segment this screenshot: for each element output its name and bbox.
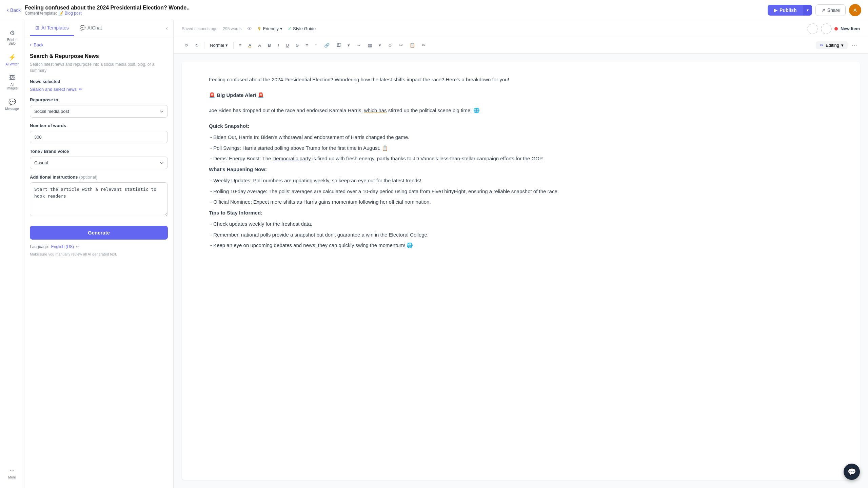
language-link[interactable]: English (US) — [51, 244, 74, 249]
words-input[interactable] — [30, 131, 168, 143]
back-button[interactable]: Back — [7, 6, 21, 14]
editing-mode-badge[interactable]: ✏ Editing ▾ — [816, 41, 848, 49]
repurpose-select[interactable]: Social media post — [30, 105, 168, 118]
gear-icon: ⚙ — [9, 29, 15, 37]
panel-tabs: ⊞ AI Templates 💬 AIChat ‹ — [24, 20, 173, 36]
blog-badge: 📝 — [58, 11, 63, 16]
publish-wrapper: ▶ Publish ▾ — [768, 5, 812, 16]
tips-item-2: - Keep an eye on upcoming debates and ne… — [209, 241, 833, 250]
tone-selector[interactable]: 🎙 Friendly ▾ — [257, 26, 282, 31]
highlight-button[interactable]: A — [255, 41, 264, 50]
publish-dropdown-button[interactable]: ▾ — [803, 5, 812, 16]
mic-icon: 🎙 — [257, 26, 262, 31]
editor-content[interactable]: Feeling confused about the 2024 Presiden… — [182, 62, 860, 480]
bullet-list-button[interactable]: ≡ — [303, 41, 311, 50]
emoji-button[interactable]: ☺ — [385, 41, 395, 50]
sidebar-item-ai-writer[interactable]: ⚡ AI Writer — [2, 50, 22, 69]
pencil-icon: ✏ — [820, 43, 824, 48]
snapshot-header: Quick Snapshot: — [209, 122, 833, 130]
editor-toolbar: ↺ ↻ Normal ▾ ≡ A A B I U S ≡ ⁼ 🔗 🖼 ▾ → ▦… — [174, 37, 868, 54]
publish-button[interactable]: ▶ Publish — [768, 5, 803, 16]
paste-button[interactable]: 📋 — [407, 41, 418, 50]
snapshot-item-1: - Poll Swings: Harris started polling ab… — [209, 144, 833, 152]
more-icon: ··· — [9, 467, 15, 474]
words-group: Number of words — [30, 123, 168, 143]
tab-aichat[interactable]: 💬 AIChat — [74, 20, 107, 36]
instructions-textarea[interactable]: Start the article with a relevant statis… — [30, 182, 168, 216]
section-description: Search latest news and repurpose into a … — [30, 61, 168, 74]
check-icon: ✓ — [288, 26, 292, 31]
disclaimer-text: Make sure you manually review all AI gen… — [30, 252, 168, 257]
panel-content: Back Search & Repurpose News Search late… — [24, 36, 173, 488]
view-icon[interactable]: 👁 — [247, 26, 252, 32]
cut-button[interactable]: ✂ — [396, 41, 406, 50]
snapshot-item-0: - Biden Out, Harris In: Biden's withdraw… — [209, 133, 833, 142]
tips-item-1: - Remember, national polls provide a sna… — [209, 230, 833, 239]
language-row: Language: English (US) ✏ — [30, 244, 168, 249]
new-item-indicator — [834, 27, 838, 30]
indent-button[interactable]: → — [354, 41, 364, 50]
toolbar-separator-2 — [233, 42, 234, 49]
section-title: Search & Repurpose News — [30, 53, 168, 59]
instructions-label: Additional instructions (optional) — [30, 175, 168, 180]
top-header: Back Feeling confused about the 2024 Pre… — [0, 0, 868, 20]
biden-paragraph: Joe Biden has dropped out of the race an… — [209, 106, 833, 115]
bold-button[interactable]: B — [265, 41, 274, 50]
repurpose-label: Repurpose to — [30, 97, 168, 102]
toolbar-more-button[interactable]: ⋯ — [849, 41, 860, 50]
tab-ai-templates[interactable]: ⊞ AI Templates — [30, 20, 74, 36]
underline-button[interactable]: U — [283, 41, 292, 50]
strikethrough-button[interactable]: S — [293, 41, 301, 50]
new-item-area: New Item — [807, 23, 860, 34]
table-button[interactable]: ▦ — [365, 41, 375, 50]
table-dropdown[interactable]: ▾ — [376, 41, 384, 50]
tone-select[interactable]: Casual — [30, 157, 168, 169]
numbered-list-button[interactable]: ⁼ — [312, 41, 320, 50]
chevron-down-icon: ▾ — [280, 26, 282, 31]
new-item-button[interactable]: New Item — [841, 26, 860, 31]
text-style-select[interactable]: Normal ▾ — [207, 41, 231, 49]
news-selected-label: News selected — [30, 79, 168, 84]
new-item-avatar-placeholder2 — [821, 23, 832, 34]
sidebar-item-ai-images[interactable]: 🖼 AI Images — [2, 71, 22, 94]
template-name[interactable]: Blog post — [65, 11, 82, 16]
democratic-party-link: Democratic party — [273, 156, 311, 161]
toolbar-separator — [204, 42, 204, 49]
panel-back-link[interactable]: Back — [30, 42, 168, 48]
chevron-down-icon: ▾ — [225, 43, 228, 48]
words-label: Number of words — [30, 123, 168, 128]
panel-collapse-button[interactable]: ‹ — [166, 25, 168, 31]
image-dropdown[interactable]: ▾ — [345, 41, 353, 50]
image-icon: 🖼 — [9, 74, 15, 81]
link-button[interactable]: 🔗 — [321, 41, 332, 50]
text-color-button[interactable]: A — [246, 41, 254, 50]
sidebar-item-label: AI Images — [5, 83, 20, 90]
chevron-down-icon: ▾ — [841, 43, 844, 48]
word-count: 295 words — [223, 26, 241, 31]
avatar[interactable] — [849, 4, 861, 16]
redo-button[interactable]: ↻ — [192, 41, 201, 50]
tone-label: Tone / Brand voice — [30, 149, 168, 154]
header-title-block: Feeling confused about the 2024 Presiden… — [25, 5, 764, 16]
news-select-link[interactable]: Search and select news ✏ — [30, 87, 168, 92]
undo-button[interactable]: ↺ — [182, 41, 191, 50]
nav-sidebar: ⚙ Brief + SEO ⚡ AI Writer 🖼 AI Images 💬 … — [0, 20, 24, 488]
share-button[interactable]: ↗ Share — [815, 4, 846, 16]
tips-item-0: - Check updates weekly for the freshest … — [209, 220, 833, 228]
play-icon: ▶ — [774, 7, 777, 13]
italic-button[interactable]: I — [275, 41, 282, 50]
saved-status: Saved seconds ago — [182, 26, 217, 31]
happening-header: What's Happening Now: — [209, 165, 833, 174]
news-selected-group: News selected Search and select news ✏ — [30, 79, 168, 92]
chat-fab-button[interactable]: 💬 — [844, 464, 860, 480]
subtitle-prefix: Content template: — [25, 11, 57, 16]
image-button[interactable]: 🖼 — [334, 41, 343, 50]
generate-button[interactable]: Generate — [30, 226, 168, 240]
underlined-phrase: which has — [364, 107, 387, 113]
sidebar-item-more[interactable]: ··· More — [2, 464, 22, 483]
sidebar-item-brief-seo[interactable]: ⚙ Brief + SEO — [2, 26, 22, 49]
style-guide[interactable]: ✓ Style Guide — [288, 26, 316, 31]
align-button[interactable]: ≡ — [236, 41, 244, 50]
sidebar-item-message[interactable]: 💬 Message — [2, 95, 22, 114]
format-button[interactable]: ✏ — [419, 41, 428, 50]
